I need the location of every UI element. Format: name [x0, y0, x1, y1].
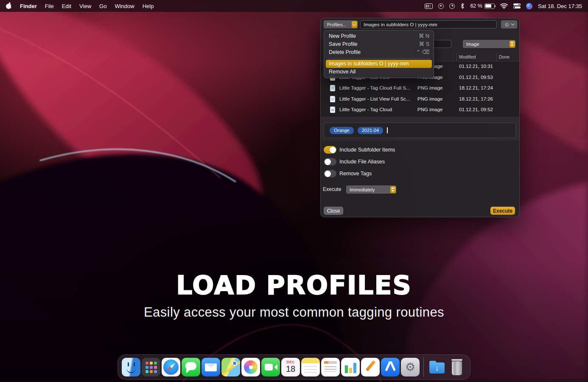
- emoji-picker-button[interactable]: ☺: [501, 20, 517, 28]
- keyboard-status-icon[interactable]: [425, 3, 433, 9]
- toggle-1[interactable]: [324, 158, 336, 166]
- smiley-icon: ☺: [504, 21, 510, 28]
- battery-icon: [484, 3, 495, 9]
- dock-appstore-icon[interactable]: [381, 358, 400, 376]
- dock-finder-icon[interactable]: [122, 358, 140, 376]
- toggle-row-subfolders: Include Subfolder Items: [321, 146, 519, 154]
- dock-notes-icon[interactable]: [301, 358, 320, 376]
- dock-mail-icon[interactable]: [202, 358, 220, 376]
- siri-icon[interactable]: [526, 3, 532, 9]
- file-modified: 18.12.21, 17:24: [459, 83, 497, 94]
- dock-maps-icon[interactable]: [221, 358, 240, 376]
- airplay-status-icon[interactable]: [438, 3, 444, 9]
- menu-help[interactable]: Help: [143, 3, 154, 9]
- toggle-label: Include Subfolder Items: [339, 146, 395, 154]
- file-modified: 01.12.21, 09:53: [459, 72, 497, 83]
- file-kind: PNG image: [417, 104, 456, 115]
- file-modified: 18.12.21, 17:26: [459, 94, 497, 105]
- menu-item-label: New Profile: [329, 32, 356, 40]
- chevron-down-icon: [511, 22, 515, 25]
- profiles-button[interactable]: Profiles...: [324, 20, 358, 28]
- dock-trash-icon[interactable]: [448, 358, 466, 376]
- calendar-day: 18: [281, 364, 300, 374]
- toggle-row-aliases: Include File Aliases: [321, 157, 519, 166]
- tags-field[interactable]: Orange 2021-04: [324, 123, 516, 138]
- dock-messages-icon[interactable]: [182, 358, 200, 376]
- battery-percent: 62 %: [470, 3, 482, 9]
- menu-item-selected-profile[interactable]: Images in subfolders O | yyyy-mm: [326, 60, 432, 68]
- menu-shortcut: ⌃ ⌫: [416, 48, 429, 56]
- dock-pages-icon[interactable]: [361, 358, 380, 376]
- dock-textedit-icon[interactable]: [321, 358, 340, 376]
- time-machine-status-icon[interactable]: [449, 3, 455, 9]
- toggle-row-remove-tags: Remove Tags: [321, 169, 519, 178]
- app-menu-finder[interactable]: Finder: [20, 3, 37, 9]
- menu-item-label: Save Profile: [329, 40, 357, 48]
- execute-button[interactable]: Execute: [490, 207, 515, 215]
- dock-safari-icon[interactable]: [162, 358, 180, 376]
- menu-item-label: Remove All: [329, 68, 356, 76]
- hero-title: LOAD PROFILES: [0, 272, 588, 299]
- table-row[interactable]: Little Tagger - Tag Cloud Full S... PNG …: [321, 83, 519, 94]
- desktop: LOAD PROFILES Easily access your most co…: [0, 0, 588, 382]
- table-row[interactable]: Little Tagger - List View Full Sc... PNG…: [321, 94, 519, 105]
- menu-edit[interactable]: Edit: [62, 3, 71, 9]
- download-arrow-icon: ↓: [428, 364, 446, 376]
- menu-shortcut: ⌘ S: [419, 40, 429, 48]
- tag-token-orange[interactable]: Orange: [330, 127, 354, 134]
- profiles-menu: New Profile ⌘ N Save Profile ⌘ S Delete …: [324, 30, 434, 78]
- control-center-icon[interactable]: [513, 3, 521, 8]
- text-cursor: [387, 127, 388, 133]
- menu-item-remove-all[interactable]: Remove All: [324, 68, 434, 76]
- menu-item-save-profile[interactable]: Save Profile ⌘ S: [324, 40, 434, 48]
- dock-facetime-icon[interactable]: [261, 358, 280, 376]
- dock-separator: [423, 357, 424, 377]
- menubar-clock[interactable]: Sat 18. Dec 17:35: [538, 3, 582, 9]
- toggle-label: Remove Tags: [339, 169, 372, 178]
- kind-filter-popup[interactable]: Image: [463, 40, 515, 48]
- file-modified: 01.12.21, 09:52: [459, 104, 497, 115]
- close-button-label: Close: [327, 208, 340, 214]
- menu-window[interactable]: Window: [115, 3, 134, 9]
- wifi-icon[interactable]: [500, 3, 508, 9]
- toggle-2[interactable]: [324, 170, 336, 177]
- execute-mode-value: Immediately: [350, 187, 375, 192]
- file-kind: PNG image: [417, 83, 456, 94]
- dock: DEC 18 ↓: [118, 354, 470, 380]
- dock-system-preferences-icon[interactable]: [401, 358, 420, 376]
- bluetooth-icon[interactable]: [460, 3, 465, 9]
- hero-subtitle: Easily access your most common tagging r…: [0, 305, 588, 320]
- chevron-down-icon: [352, 21, 357, 28]
- dock-photos-icon[interactable]: [241, 358, 260, 376]
- dock-numbers-icon[interactable]: [341, 358, 360, 376]
- kind-filter-label: Image: [466, 42, 479, 47]
- execute-button-label: Execute: [493, 208, 512, 214]
- menu-item-label: Delete Profile: [329, 48, 361, 56]
- close-button[interactable]: Close: [324, 207, 343, 215]
- dock-launchpad-icon[interactable]: [142, 358, 160, 376]
- tag-token-date[interactable]: 2021-04: [358, 127, 383, 134]
- popup-stepper-icon: [510, 41, 515, 48]
- menu-file[interactable]: File: [45, 3, 54, 9]
- apple-menu-icon[interactable]: [6, 3, 12, 9]
- file-name: Little Tagger - Tag Cloud: [339, 104, 415, 115]
- table-row[interactable]: Little Tagger - Tag Cloud PNG image 01.1…: [321, 104, 519, 115]
- little-tagger-window: Profiles... ☺ Image Modified Done PNG im: [320, 18, 520, 217]
- document-icon: [330, 96, 335, 102]
- battery-status[interactable]: 62 %: [470, 3, 495, 9]
- column-header-done[interactable]: Done: [499, 54, 510, 59]
- menu-item-new-profile[interactable]: New Profile ⌘ N: [324, 32, 434, 40]
- column-header-modified[interactable]: Modified: [459, 54, 476, 59]
- profile-name-field[interactable]: [360, 20, 497, 28]
- execute-mode-popup[interactable]: Immediately: [346, 185, 396, 194]
- document-icon: [330, 107, 335, 113]
- menu-view[interactable]: View: [79, 3, 91, 9]
- toggle-label: Include File Aliases: [339, 157, 385, 166]
- menu-go[interactable]: Go: [99, 3, 106, 9]
- menu-item-delete-profile[interactable]: Delete Profile ⌃ ⌫: [324, 48, 434, 56]
- toggle-0[interactable]: [324, 146, 336, 154]
- execute-mode-label: Execute: [323, 185, 341, 194]
- dock-downloads-icon[interactable]: ↓: [428, 358, 446, 376]
- file-modified: 01.12.21, 10:31: [459, 61, 497, 72]
- dock-calendar-icon[interactable]: DEC 18: [281, 358, 300, 376]
